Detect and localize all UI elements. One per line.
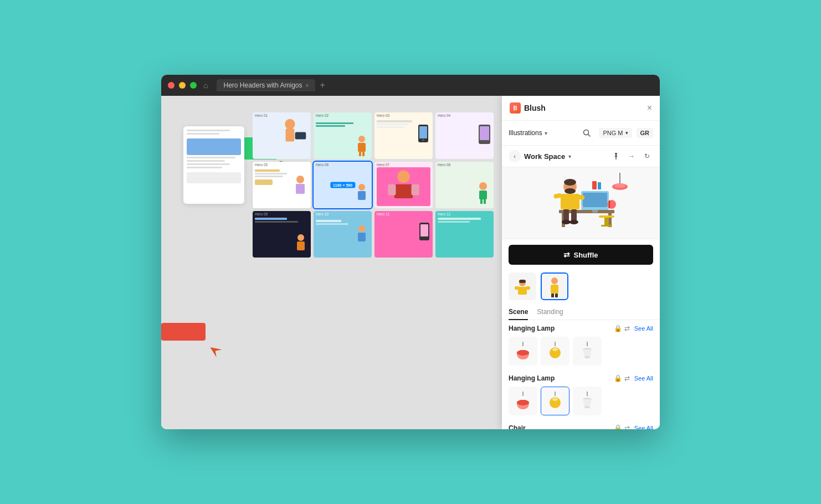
chevron-down-icon: ▾	[545, 130, 547, 136]
svg-rect-41	[601, 225, 612, 227]
browser-content: Hero 01 Hero 02	[161, 96, 660, 429]
table-row[interactable]: Hero 05	[253, 162, 311, 208]
svg-rect-44	[609, 200, 610, 208]
tab-label: Hero Headers with Amigos	[223, 81, 302, 89]
svg-point-80	[584, 356, 590, 358]
table-row[interactable]: Hero 07	[374, 162, 433, 208]
svg-rect-69	[551, 285, 558, 294]
refresh-button[interactable]: ↻	[641, 150, 653, 162]
standing-tab[interactable]: Standing	[537, 305, 563, 320]
list-item[interactable]	[573, 387, 602, 415]
format-dropdown[interactable]: PNG M ▾	[599, 128, 632, 138]
svg-rect-21	[479, 191, 487, 199]
svg-rect-66	[526, 286, 530, 290]
format-label: PNG M	[603, 130, 623, 136]
orange-rectangle[interactable]	[161, 323, 206, 341]
table-row[interactable]: Hero 10	[314, 211, 372, 258]
shuffle-small-icon-2[interactable]: ⇄	[624, 374, 630, 382]
svg-rect-15	[358, 191, 366, 200]
chair-title: Chair	[509, 424, 612, 429]
list-item[interactable]	[541, 387, 569, 415]
svg-rect-70	[551, 294, 554, 297]
list-item[interactable]	[573, 337, 602, 366]
blush-logo: B Blush	[510, 102, 546, 114]
panel-toolbar: Illustrations ▾ PNG M ▾ GR	[502, 121, 660, 146]
table-row[interactable]: Hero 12	[435, 211, 494, 258]
lock-icon-1[interactable]: 🔒	[614, 325, 622, 332]
table-row[interactable]: Hero 02	[314, 112, 372, 159]
svg-point-89	[584, 406, 590, 408]
table-row[interactable]: Hero 06 1180 × 580	[314, 162, 372, 208]
character-scene-thumb[interactable]	[509, 272, 536, 300]
format-chevron-icon: ▾	[625, 130, 628, 136]
svg-rect-19	[412, 184, 419, 196]
illustrations-label: Illustrations	[509, 129, 542, 137]
illustrations-dropdown[interactable]: Illustrations ▾	[509, 129, 547, 137]
back-button[interactable]: ‹	[509, 150, 521, 162]
hero-cards-grid: Hero 01 Hero 02	[253, 112, 494, 413]
table-row[interactable]: Hero 04	[435, 112, 494, 159]
scene-tab[interactable]: Scene	[509, 305, 528, 320]
list-item[interactable]	[509, 337, 537, 366]
new-tab-button[interactable]: +	[320, 80, 325, 90]
panel-title: Blush	[524, 104, 546, 112]
browser-window: ⌂ Hero Headers with Amigos × +	[161, 75, 660, 429]
see-all-link-2[interactable]: See All	[634, 375, 653, 382]
table-row[interactable]: Hero 01	[253, 112, 311, 159]
tab-close-button[interactable]: ×	[306, 83, 309, 89]
svg-point-74	[517, 350, 529, 356]
svg-rect-11	[480, 126, 489, 140]
shuffle-small-icon-3[interactable]: ⇄	[624, 424, 630, 429]
svg-rect-40	[604, 218, 609, 226]
home-icon[interactable]: ⌂	[203, 81, 208, 90]
active-tab[interactable]: Hero Headers with Amigos ×	[217, 79, 315, 91]
shuffle-button[interactable]: ⇄ Shuffle	[509, 245, 653, 265]
svg-rect-5	[359, 152, 361, 156]
section-header-chair: Chair 🔒 ⇄ See All	[509, 424, 653, 429]
blush-logo-icon: B	[510, 102, 521, 114]
browser-titlebar: ⌂ Hero Headers with Amigos × +	[161, 75, 660, 96]
table-row[interactable]: Hero 08	[435, 162, 494, 208]
components-scroll-area[interactable]: Hanging Lamp 🔒 ⇄ See All	[502, 320, 660, 429]
search-button[interactable]	[579, 125, 594, 141]
svg-rect-23	[484, 199, 486, 204]
svg-rect-38	[592, 210, 598, 213]
svg-point-26	[358, 225, 365, 232]
gr-button[interactable]: GR	[637, 128, 654, 138]
svg-rect-13	[296, 184, 305, 194]
panel-close-button[interactable]: ×	[647, 104, 652, 112]
character-standing-thumb[interactable]	[541, 272, 568, 300]
svg-rect-64	[518, 287, 527, 295]
see-all-link-3[interactable]: See All	[634, 425, 653, 429]
fullscreen-traffic-light[interactable]	[190, 82, 197, 89]
character-selector	[502, 270, 660, 305]
lock-icon-3[interactable]: 🔒	[614, 424, 622, 429]
table-row[interactable]: Hero 11	[374, 211, 433, 258]
svg-point-77	[552, 348, 558, 351]
orange-cursor	[210, 345, 223, 358]
svg-rect-0	[285, 128, 294, 142]
hanging-lamp-title-1: Hanging Lamp	[509, 325, 612, 332]
svg-rect-61	[592, 181, 597, 189]
close-traffic-light[interactable]	[168, 82, 175, 89]
chair-section: Chair 🔒 ⇄ See All ?	[509, 424, 653, 429]
panel-navigation: ‹ Work Space ▾ → ↻	[502, 146, 660, 167]
forward-button[interactable]: →	[625, 150, 638, 162]
hanging-lamp-items-2	[509, 387, 653, 415]
list-item[interactable]	[509, 387, 537, 415]
svg-rect-18	[388, 184, 396, 196]
svg-point-83	[517, 400, 529, 405]
shuffle-small-icon-1[interactable]: ⇄	[624, 325, 630, 332]
workspace-chevron-icon[interactable]: ▾	[568, 153, 571, 160]
table-row[interactable]: Hero 03	[374, 112, 433, 159]
hanging-lamp-section-2: Hanging Lamp 🔒 ⇄ See All	[509, 374, 653, 415]
table-row[interactable]: Hero 09	[253, 211, 311, 258]
lock-icon-2[interactable]: 🔒	[614, 374, 622, 382]
pin-button[interactable]	[610, 150, 622, 162]
see-all-link-1[interactable]: See All	[634, 325, 653, 332]
shuffle-label: Shuffle	[573, 251, 598, 259]
svg-rect-2	[295, 132, 306, 139]
svg-line-31	[588, 135, 591, 137]
minimize-traffic-light[interactable]	[179, 82, 186, 89]
list-item[interactable]	[541, 337, 569, 366]
